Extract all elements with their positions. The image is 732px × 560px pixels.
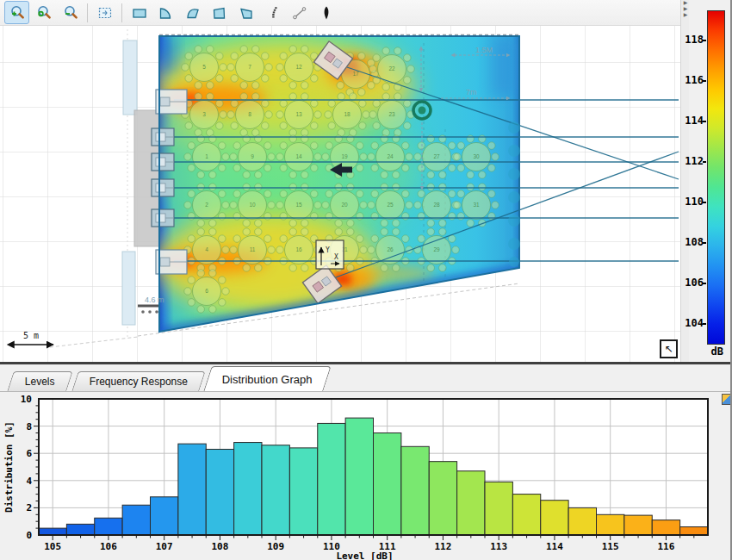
dimension-label: 7m [466,88,477,96]
svg-text:0: 0 [26,530,32,541]
shape-rectangle-tool-button[interactable] [127,1,152,24]
toolbar-separator [87,3,88,22]
reset-view-button[interactable]: ↖ [660,339,678,358]
svg-text:31: 31 [473,202,480,208]
histogram-bar [485,482,512,535]
tab-label: Frequency Response [90,376,188,388]
svg-text:112: 112 [435,541,452,552]
svg-text:2: 2 [26,502,32,513]
histogram-bar [680,527,708,535]
histogram-bar [289,448,317,535]
svg-text:105: 105 [44,541,61,552]
shape-quad-tool-button[interactable] [207,1,232,24]
svg-text:12: 12 [295,64,302,70]
histogram-bar [178,444,206,535]
shape-trapezoid-tool-icon [238,4,255,22]
svg-text:19: 19 [341,153,348,159]
wall-speaker[interactable] [156,90,187,114]
svg-text:25: 25 [387,202,394,208]
svg-text:6: 6 [205,288,208,294]
histogram-bar [597,514,624,535]
svg-text:30: 30 [473,153,480,159]
origin-axes-marker[interactable]: Y X [316,240,344,269]
measure-tool-icon [291,4,308,22]
colorbar-tick-mark [703,202,706,203]
shape-arc-tool-button[interactable] [180,1,205,24]
colorbar-tick-mark [703,121,706,122]
colorbar-tick-mark [703,323,706,325]
wall-speaker[interactable] [152,153,174,171]
tab-distribution-graph[interactable]: Distribution Graph [203,366,331,391]
svg-text:29: 29 [433,246,440,252]
colorbar-tick-label: 104 [685,317,704,329]
svg-text:8: 8 [26,421,32,432]
histogram-bar [66,524,94,535]
wall-speaker[interactable] [156,250,187,274]
svg-text:10: 10 [249,202,256,208]
tab-label: Levels [25,376,55,388]
histogram-bar [234,443,262,535]
shape-trapezoid-tool-button[interactable] [233,1,258,24]
distribution-graph-panel: 1051061071081091101111121131141151160246… [0,392,732,560]
speaker-tool-button[interactable] [313,1,338,24]
color-scale-unit: dB [711,345,723,358]
colorbar-tick-mark [703,161,706,163]
stairs-tool-button[interactable] [260,1,285,24]
svg-text:28: 28 [433,202,440,208]
svg-text:4: 4 [205,246,208,252]
shape-arc-tool-icon [184,4,202,22]
tab-frequency-response[interactable]: Frequency Response [71,371,206,391]
histogram-bar [541,501,568,535]
colorbar-tick-label: 112 [685,155,704,167]
histogram-bar [151,497,178,535]
spl-map-panel[interactable]: 5712172238131823191419242730210152025283… [0,26,680,362]
colorbar-tick-label: 108 [685,236,704,248]
histogram-bar [624,515,652,535]
chart-options-icon[interactable] [722,394,731,405]
histogram-bar [652,520,679,535]
zoom-in-tool-button[interactable] [4,1,29,24]
zoom-original-tool-button[interactable] [31,1,56,24]
distribution-histogram: 1051061071081091101111121131141151160246… [0,392,732,560]
stairs-tool-icon [264,4,282,22]
colorbar-tick-mark [703,242,706,244]
zoom-out-tool-button[interactable] [58,1,83,24]
histogram-bar [39,528,66,535]
stage-wing-top [123,40,137,115]
histogram-bar [568,507,596,535]
tab-levels[interactable]: Levels [7,371,72,391]
histogram-bar [345,418,373,535]
svg-text:107: 107 [156,541,173,552]
colorbar-tick-label: 114 [685,115,704,127]
svg-text:4: 4 [26,476,32,487]
wall-speaker[interactable] [152,179,174,196]
zoom-window-tool-icon [96,4,114,22]
svg-text:14: 14 [295,153,302,159]
shape-rectangle-tool-icon [131,4,148,22]
color-gradient-bar [707,10,725,345]
colorbar-tick-label: 106 [685,277,704,289]
zoom-window-tool-button[interactable] [92,1,117,24]
zoom-original-tool-icon [35,4,53,22]
toolbar-separator [121,3,122,22]
histogram-bar [512,495,540,535]
wall-speaker[interactable] [152,128,174,146]
dimension-label: 4.6 m [145,296,164,304]
svg-text:10: 10 [21,394,32,405]
colorbar-tick-mark [703,80,706,82]
histogram-bar [374,433,401,536]
tab-label: Distribution Graph [222,373,313,386]
speaker-tool-icon [318,4,335,22]
wall-speaker[interactable] [152,209,174,227]
svg-text:17: 17 [352,71,359,77]
svg-text:1: 1 [205,153,208,159]
chart-x-axis-title: Level [dB] [336,551,393,560]
histogram-bar [262,445,289,535]
measure-tool-button[interactable] [287,1,312,24]
spl-heatmap-canvas[interactable]: 5712172238131823191419242730210152025283… [0,26,680,362]
stage-wing-bottom [122,252,135,325]
svg-text:6: 6 [26,448,32,459]
toolbar [0,0,680,26]
shape-quarter-circle-tool-button[interactable] [153,1,178,24]
svg-text:13: 13 [295,111,302,117]
